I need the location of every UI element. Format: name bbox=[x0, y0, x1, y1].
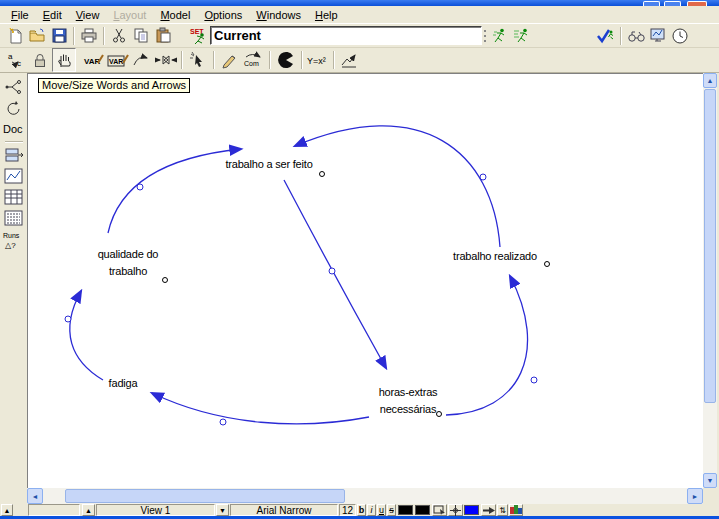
reference-mode-tool-icon[interactable] bbox=[338, 48, 362, 72]
runs-compare-icon[interactable]: Runs△? bbox=[2, 229, 26, 250]
font-name-cell[interactable]: Arial Narrow bbox=[230, 504, 338, 516]
arrow-handle[interactable] bbox=[480, 174, 486, 180]
horizontal-scroll-thumb[interactable] bbox=[65, 489, 345, 503]
causes-tree-icon[interactable] bbox=[2, 76, 26, 97]
table-icon[interactable] bbox=[2, 187, 26, 208]
delete-tool-icon[interactable] bbox=[274, 48, 298, 72]
arrow-horas-extras-to-fadiga[interactable] bbox=[152, 393, 369, 424]
equations-tool-icon[interactable]: Y=x² bbox=[306, 48, 330, 72]
menu-bar: File Edit View Layout Model Options Wind… bbox=[0, 6, 719, 23]
view-down-button[interactable]: ▼ bbox=[216, 504, 229, 516]
text-color-swatch[interactable] bbox=[398, 505, 413, 515]
node-trabalho-realizado[interactable]: trabalho realizado bbox=[440, 248, 550, 265]
graph-icon[interactable] bbox=[2, 166, 26, 187]
move-size-tool-icon[interactable] bbox=[52, 48, 76, 72]
font-size-cell[interactable]: 12 bbox=[339, 504, 356, 516]
arrow-fadiga-to-qualidade[interactable] bbox=[70, 291, 103, 380]
underline-button[interactable]: u bbox=[377, 504, 386, 516]
causes-strip-icon[interactable] bbox=[2, 145, 26, 166]
arrow-handle[interactable] bbox=[137, 184, 143, 190]
node-horas-extras-necessarias[interactable]: horas-extras necessárias bbox=[366, 384, 450, 418]
toolbar-grip bbox=[483, 28, 488, 44]
toolbar-separator bbox=[181, 51, 183, 69]
simulate-fast-icon[interactable] bbox=[511, 25, 533, 47]
hide-levels-button[interactable]: ⇅ bbox=[497, 504, 508, 516]
menu-options[interactable]: Options bbox=[197, 8, 249, 22]
lock-tool-icon[interactable] bbox=[28, 48, 52, 72]
scroll-down-button[interactable]: ▼ bbox=[703, 473, 717, 488]
menu-file[interactable]: File bbox=[4, 8, 36, 22]
word-position-tool-icon[interactable]: a c bbox=[4, 48, 28, 72]
menu-model[interactable]: Model bbox=[153, 8, 197, 22]
check-model-icon[interactable] bbox=[595, 25, 617, 47]
new-model-icon[interactable] bbox=[4, 25, 26, 47]
current-run-field[interactable]: Current bbox=[210, 26, 482, 45]
scroll-right-button[interactable]: ► bbox=[687, 488, 703, 504]
paste-icon[interactable] bbox=[152, 25, 174, 47]
arrow-handle[interactable] bbox=[65, 316, 71, 322]
sketch-canvas[interactable]: trabalho a ser feito qualidade do trabal… bbox=[27, 73, 703, 488]
node-qualidade-do-trabalho[interactable]: qualidade do trabalho bbox=[90, 246, 166, 280]
menu-help[interactable]: Help bbox=[308, 8, 345, 22]
horizontal-scrollbar[interactable]: ◄ ► bbox=[27, 488, 703, 504]
document-icon[interactable]: Doc bbox=[2, 118, 26, 139]
clock-icon[interactable] bbox=[669, 25, 691, 47]
view-up-button[interactable]: ▲ bbox=[82, 504, 95, 516]
svg-text:a: a bbox=[8, 52, 13, 61]
down-arrow-icon: ▼ bbox=[219, 507, 226, 514]
print-icon[interactable] bbox=[78, 25, 100, 47]
loops-icon[interactable] bbox=[2, 97, 26, 118]
pane-splitter-button[interactable]: ▲ bbox=[1, 504, 13, 516]
copy-icon[interactable] bbox=[130, 25, 152, 47]
strikethrough-button[interactable]: s bbox=[387, 504, 396, 516]
up-arrow-icon: ▲ bbox=[4, 507, 11, 514]
box-variable-tool-icon[interactable]: VAR bbox=[106, 48, 130, 72]
graph-options-button[interactable] bbox=[509, 504, 523, 516]
toolbar-separator bbox=[213, 51, 215, 69]
svg-text:VAR: VAR bbox=[109, 58, 123, 65]
node-fadiga[interactable]: fadiga bbox=[93, 375, 153, 392]
menu-layout: Layout bbox=[106, 8, 153, 22]
arrow-handle[interactable] bbox=[220, 419, 226, 425]
set-simulation-icon[interactable]: SET bbox=[188, 25, 210, 47]
open-model-icon[interactable] bbox=[26, 25, 48, 47]
reality-check-icon[interactable] bbox=[625, 25, 647, 47]
arrow-handle[interactable] bbox=[531, 377, 537, 383]
node-trabalho-a-ser-feito[interactable]: trabalho a ser feito bbox=[209, 156, 329, 173]
arrow-width-button[interactable] bbox=[481, 504, 496, 516]
scroll-left-button[interactable]: ◄ bbox=[27, 488, 43, 504]
svg-text:△?: △? bbox=[5, 241, 16, 250]
simulate-icon[interactable] bbox=[489, 25, 511, 47]
vertical-scroll-thumb[interactable] bbox=[704, 89, 716, 403]
toolbar-separator bbox=[333, 51, 335, 69]
italic-button[interactable]: i bbox=[367, 504, 376, 516]
variable-tool-icon[interactable]: VAR bbox=[82, 48, 106, 72]
arrow-horas-extras-to-trabalho-realizado[interactable] bbox=[446, 276, 528, 415]
arrow-trabalho-realizado-to-trabalho-a-ser-feito[interactable] bbox=[295, 126, 500, 247]
sketch-comment-tool-icon[interactable] bbox=[218, 48, 242, 72]
menu-view[interactable]: View bbox=[69, 8, 107, 22]
arrow-handle[interactable] bbox=[329, 268, 335, 274]
rate-tool-icon[interactable] bbox=[154, 48, 178, 72]
comment-tool-icon[interactable]: Com bbox=[242, 48, 266, 72]
menu-windows[interactable]: Windows bbox=[249, 8, 308, 22]
input-output-tool-icon[interactable] bbox=[186, 48, 210, 72]
bold-button[interactable]: b bbox=[357, 504, 366, 516]
save-icon[interactable] bbox=[48, 25, 70, 47]
vertical-scrollbar[interactable]: ▲ ▼ bbox=[703, 73, 717, 488]
status-blank-cell bbox=[28, 504, 80, 516]
output-windows-icon[interactable] bbox=[647, 25, 669, 47]
cut-icon[interactable] bbox=[108, 25, 130, 47]
table-time-down-icon[interactable] bbox=[2, 208, 26, 229]
scroll-up-button[interactable]: ▲ bbox=[703, 73, 717, 88]
position-button[interactable] bbox=[448, 504, 463, 516]
shape-button[interactable] bbox=[432, 504, 447, 516]
arrow-trabalho-a-ser-feito-to-horas-extras[interactable] bbox=[284, 180, 386, 368]
menu-edit[interactable]: Edit bbox=[36, 8, 69, 22]
view-name-cell[interactable]: View 1 bbox=[96, 504, 215, 516]
svg-text:Com: Com bbox=[244, 60, 259, 67]
vensim-window: File Edit View Layout Model Options Wind… bbox=[0, 0, 719, 519]
background-color-swatch[interactable] bbox=[415, 505, 430, 515]
arrow-color-swatch[interactable] bbox=[464, 505, 479, 515]
arrow-tool-icon[interactable] bbox=[130, 48, 154, 72]
